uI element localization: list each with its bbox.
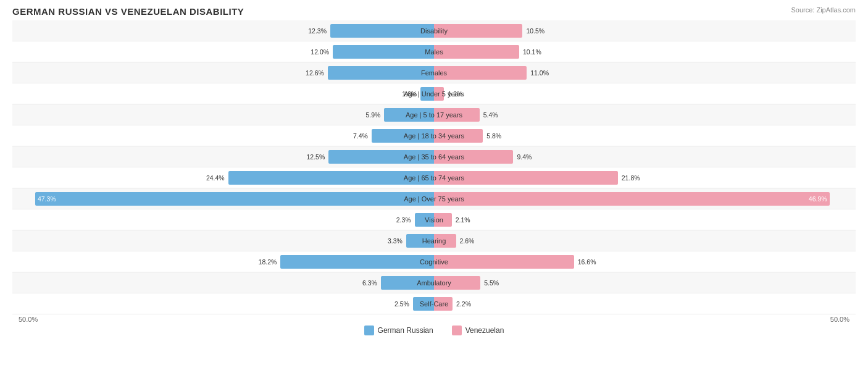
right-section: 5.4% — [434, 104, 856, 125]
right-section: 5.5% — [434, 272, 856, 293]
bar-value-right: 16.6% — [578, 258, 596, 266]
bar-label: Males — [425, 48, 443, 56]
bar-row: 12.0%10.1%Males — [12, 41, 856, 62]
bar-row: 2.5%2.2%Self-Care — [12, 293, 856, 314]
bar-label: Age | 5 to 17 years — [406, 111, 462, 119]
blue-bar: 47.3% — [35, 192, 434, 206]
legend-label-venezuelan: Venezuelan — [465, 326, 504, 335]
bar-label: Self-Care — [420, 300, 448, 308]
bar-label: Age | 18 to 34 years — [404, 132, 464, 140]
bar-row: 12.5%9.4%Age | 35 to 64 years — [12, 146, 856, 167]
blue-bar: 12.6% — [328, 66, 434, 80]
left-section: 6.3% — [12, 272, 434, 293]
bar-value-left: 12.0% — [311, 48, 329, 56]
right-section: 9.4% — [434, 146, 856, 167]
pink-bar: 46.9% — [434, 192, 830, 206]
left-section: 12.6% — [12, 62, 434, 83]
right-section: 16.6% — [434, 251, 856, 272]
bar-row: 7.4%5.8%Age | 18 to 34 years — [12, 125, 856, 146]
bar-value-right: 5.4% — [483, 111, 498, 119]
source-text: Source: ZipAtlas.com — [791, 6, 856, 14]
right-section: 21.8% — [434, 167, 856, 188]
pink-bar: 16.6% — [434, 255, 574, 269]
bar-value-right: 10.1% — [523, 48, 541, 56]
left-section: 2.5% — [12, 293, 434, 314]
axis-right: 50.0% — [434, 316, 856, 323]
left-section: 12.0% — [12, 41, 434, 62]
bar-value-left: 2.5% — [394, 300, 409, 308]
left-section: 2.3% — [12, 209, 434, 230]
left-section: 3.3% — [12, 230, 434, 251]
bar-value-right: 21.8% — [622, 174, 640, 182]
chart-area: 12.3%10.5%Disability12.0%10.1%Males12.6%… — [12, 20, 856, 314]
left-section: 7.4% — [12, 125, 434, 146]
bar-label: Vision — [425, 216, 443, 224]
bar-row: 3.3%2.6%Hearing — [12, 230, 856, 251]
left-section: 12.3% — [12, 20, 434, 41]
axis-row: 50.0% 50.0% — [12, 316, 856, 323]
bar-row: 12.6%11.0%Females — [12, 62, 856, 83]
bar-row: 6.3%5.5%Ambulatory — [12, 272, 856, 293]
legend-item-venezuelan: Venezuelan — [452, 326, 504, 335]
legend-item-german: German Russian — [364, 326, 433, 335]
right-section: 46.9% — [434, 188, 856, 209]
bar-value-right: 5.8% — [486, 132, 501, 140]
bar-value-left: 6.3% — [362, 279, 377, 287]
left-section: 1.6% — [12, 83, 434, 104]
bar-label: Disability — [420, 27, 448, 35]
pink-bar: 11.0% — [434, 66, 527, 80]
bar-value-left: 12.6% — [306, 69, 324, 77]
bar-label: Cognitive — [420, 258, 448, 266]
right-section: 10.1% — [434, 41, 856, 62]
bar-value-left: 12.3% — [308, 27, 327, 35]
bar-value-right: 10.5% — [526, 27, 545, 35]
bar-value-right: 46.9% — [809, 195, 827, 203]
bar-value-left: 7.4% — [353, 132, 368, 140]
bar-label: Age | 35 to 64 years — [404, 153, 464, 161]
bar-label: Ambulatory — [417, 279, 451, 287]
left-section: 47.3% — [12, 188, 434, 209]
bar-label: Females — [421, 69, 447, 77]
bar-label: Hearing — [422, 237, 446, 245]
bar-value-left: 3.3% — [388, 237, 403, 245]
legend-label-german: German Russian — [378, 326, 433, 335]
bar-value-left: 12.5% — [306, 153, 325, 161]
right-section: 1.2% — [434, 83, 856, 104]
legend-box-venezuelan — [452, 326, 462, 335]
legend: German Russian Venezuelan — [12, 326, 856, 335]
bar-value-left: 24.4% — [206, 174, 225, 182]
right-section: 2.1% — [434, 209, 856, 230]
left-section: 12.5% — [12, 146, 434, 167]
left-section: 24.4% — [12, 167, 434, 188]
bar-label: Age | Over 75 years — [404, 195, 464, 203]
bar-value-right: 2.2% — [456, 300, 471, 308]
bar-row: 18.2%16.6%Cognitive — [12, 251, 856, 272]
bar-value-left: 2.3% — [396, 216, 411, 224]
left-section: 5.9% — [12, 104, 434, 125]
bar-row: 1.6%1.2%Age | Under 5 years — [12, 83, 856, 104]
right-section: 5.8% — [434, 125, 856, 146]
axis-left: 50.0% — [12, 316, 434, 323]
blue-bar: 18.2% — [280, 255, 434, 269]
bar-label: Age | 65 to 74 years — [404, 174, 464, 182]
legend-box-german — [364, 326, 374, 335]
blue-bar: 12.0% — [333, 45, 434, 59]
blue-bar: 12.3% — [330, 24, 434, 38]
bar-value-left: 5.9% — [365, 111, 380, 119]
right-section: 2.6% — [434, 230, 856, 251]
chart-container: GERMAN RUSSIAN VS VENEZUELAN DISABILITY … — [0, 0, 868, 378]
bar-value-left: 47.3% — [38, 195, 56, 203]
pink-bar: 10.1% — [434, 45, 519, 59]
left-section: 18.2% — [12, 251, 434, 272]
bar-row: 24.4%21.8%Age | 65 to 74 years — [12, 167, 856, 188]
right-section: 2.2% — [434, 293, 856, 314]
bar-value-right: 2.1% — [456, 216, 470, 224]
bar-label: Age | Under 5 years — [404, 90, 464, 98]
bar-value-left: 18.2% — [259, 258, 277, 266]
chart-title: GERMAN RUSSIAN VS VENEZUELAN DISABILITY — [12, 6, 856, 17]
bar-row: 2.3%2.1%Vision — [12, 209, 856, 230]
bar-value-right: 9.4% — [517, 153, 532, 161]
bar-row: 47.3%46.9%Age | Over 75 years — [12, 188, 856, 209]
right-section: 10.5% — [434, 20, 856, 41]
bar-row: 5.9%5.4%Age | 5 to 17 years — [12, 104, 856, 125]
